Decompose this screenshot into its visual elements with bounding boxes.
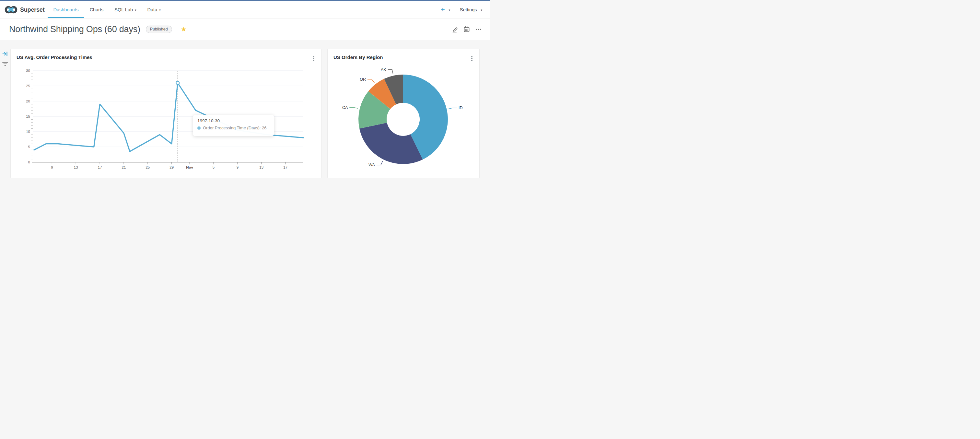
tooltip-date: 1997-10-30	[197, 118, 270, 123]
nav-item-label: Dashboards	[53, 7, 78, 12]
x-axis-tick-label: 17	[283, 165, 288, 169]
donut-slice-label: AK	[381, 67, 386, 72]
donut-slice-label: ID	[458, 106, 463, 110]
more-actions-icon[interactable]	[475, 26, 482, 33]
filter-icon[interactable]	[2, 61, 8, 67]
dashboard-header: Northwind Shipping Ops (60 days) Publish…	[0, 19, 490, 40]
chevron-down-icon: ▾	[480, 8, 482, 12]
y-axis-tick-label: 5	[28, 145, 30, 149]
x-axis-tick-label: 13	[259, 165, 264, 169]
chevron-down-icon: ▾	[449, 8, 450, 12]
nav-item-charts[interactable]: Charts	[84, 1, 109, 18]
y-axis-tick-label: 25	[26, 84, 30, 88]
plus-icon: +	[441, 6, 445, 13]
x-axis-tick-label: 29	[170, 165, 174, 169]
chart-card-orders-by-region: US Orders By Region IDWACAORAK	[327, 49, 480, 178]
x-axis-tick-label: 17	[98, 165, 102, 169]
nav-menu: DashboardsChartsSQL Lab▾Data▾	[48, 1, 166, 18]
x-axis-tick-label: Nov	[186, 165, 193, 169]
new-button[interactable]: + ▾	[441, 6, 450, 13]
nav-item-label: SQL Lab	[115, 7, 133, 12]
label-connector-line	[377, 161, 383, 165]
line-chart: 05101520253091317212529Nov591317	[11, 49, 322, 178]
label-connector-line	[448, 108, 457, 109]
chart-tooltip: 1997-10-30 Order Processing Time (Days):…	[193, 115, 274, 136]
x-axis-tick-label: 9	[51, 165, 53, 169]
donut-slice-label: WA	[369, 163, 375, 167]
nav-item-data[interactable]: Data▾	[142, 1, 166, 18]
edit-pencil-icon[interactable]	[452, 26, 458, 33]
nav-item-dashboards[interactable]: Dashboards	[48, 1, 84, 18]
nav-item-sql-lab[interactable]: SQL Lab▾	[109, 1, 142, 18]
y-axis-tick-label: 0	[28, 160, 30, 164]
label-connector-line	[368, 80, 375, 83]
superset-infinity-icon	[5, 5, 18, 14]
chart-card-processing-times: US Avg. Order Processing Times 051015202…	[10, 49, 321, 178]
nav-item-label: Data	[148, 7, 158, 12]
settings-label: Settings	[460, 7, 477, 12]
brand-name: Superset	[20, 6, 45, 13]
calendar-icon[interactable]	[463, 26, 470, 33]
donut-slice-label: OR	[360, 77, 366, 82]
x-axis-tick-label: 9	[237, 165, 239, 169]
page-title: Northwind Shipping Ops (60 days)	[9, 24, 140, 34]
donut-slice-label: CA	[342, 105, 348, 110]
favorite-star-icon[interactable]: ★	[181, 25, 187, 33]
x-axis-tick-label: 25	[145, 165, 150, 169]
donut-chart: IDWACAORAK	[328, 49, 480, 178]
x-axis-tick-label: 13	[74, 165, 78, 169]
x-axis-tick-label: 5	[213, 165, 215, 169]
donut-slice-WA[interactable]	[360, 123, 423, 164]
filter-rail	[2, 51, 8, 67]
published-badge[interactable]: Published	[146, 26, 172, 33]
y-axis-tick-label: 10	[26, 130, 30, 134]
navbar: Superset DashboardsChartsSQL Lab▾Data▾ +…	[0, 1, 490, 19]
y-axis-tick-label: 20	[26, 99, 30, 103]
y-axis-tick-label: 15	[26, 115, 30, 118]
x-axis-tick-label: 21	[122, 165, 126, 169]
superset-logo[interactable]: Superset	[5, 1, 45, 18]
nav-item-label: Charts	[90, 7, 104, 12]
chevron-down-icon: ▾	[159, 8, 161, 12]
expand-filter-bar-icon[interactable]	[2, 51, 8, 57]
series-dot-icon	[197, 126, 200, 130]
label-connector-line	[388, 70, 393, 74]
label-connector-line	[349, 107, 358, 108]
highlighted-point[interactable]	[176, 81, 179, 85]
settings-menu[interactable]: Settings ▾	[460, 7, 482, 12]
y-axis-tick-label: 30	[26, 69, 30, 73]
tooltip-value: Order Processing Time (Days): 26	[203, 126, 267, 130]
chevron-down-icon: ▾	[135, 8, 137, 12]
